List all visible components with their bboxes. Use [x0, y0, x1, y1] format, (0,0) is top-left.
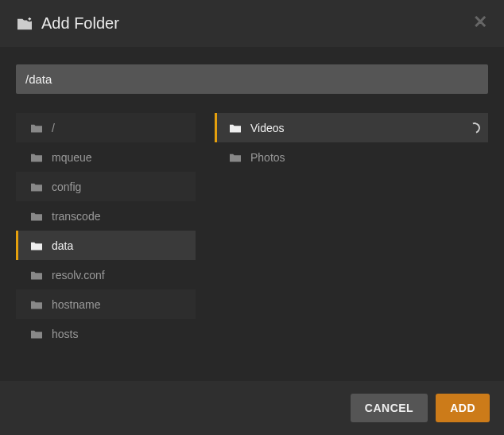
folder-item-label: transcode — [52, 210, 188, 223]
folder-item-label: mqueue — [52, 151, 188, 164]
folder-column-2: VideosPhotos — [215, 113, 488, 373]
folder-icon — [29, 270, 44, 281]
folder-item[interactable]: / — [16, 113, 196, 142]
loading-spinner-icon — [467, 120, 483, 135]
add-button[interactable]: ADD — [436, 394, 490, 422]
dialog-title: Add Folder — [41, 14, 119, 33]
folder-item[interactable]: config — [16, 172, 196, 201]
folder-icon — [228, 122, 242, 134]
folder-icon — [29, 122, 44, 134]
folder-item-label: resolv.conf — [52, 269, 188, 282]
folder-icon — [29, 240, 44, 251]
folder-item-label: Photos — [250, 151, 480, 164]
folder-columns: /mqueueconfigtranscodedataresolv.confhos… — [16, 113, 488, 373]
folder-item-label: Videos — [250, 122, 464, 134]
dialog-footer: CANCEL ADD — [0, 381, 504, 435]
cancel-button[interactable]: CANCEL — [351, 394, 428, 422]
folder-icon — [29, 152, 44, 163]
folder-icon — [29, 181, 44, 192]
folder-icon — [228, 152, 242, 163]
folder-item-label: data — [52, 239, 188, 252]
folder-item[interactable]: hostname — [16, 289, 196, 319]
folder-icon — [29, 328, 44, 340]
folder-item[interactable]: Photos — [215, 142, 488, 172]
folder-item-label: hosts — [52, 328, 188, 340]
folder-item[interactable]: resolv.conf — [16, 260, 196, 289]
folder-icon — [29, 299, 44, 310]
dialog-body: /mqueueconfigtranscodedataresolv.confhos… — [0, 47, 504, 381]
folder-item[interactable]: data — [16, 231, 196, 260]
folder-item-label: config — [52, 181, 188, 193]
folder-item[interactable]: mqueue — [16, 142, 196, 172]
close-button[interactable]: ✕ — [469, 11, 491, 33]
add-folder-icon — [16, 17, 33, 31]
folder-item[interactable]: transcode — [16, 201, 196, 231]
path-input[interactable] — [16, 64, 488, 94]
folder-column-1: /mqueueconfigtranscodedataresolv.confhos… — [16, 113, 196, 373]
folder-item[interactable]: Videos — [215, 113, 488, 142]
folder-item-label: / — [52, 122, 188, 134]
folder-item[interactable]: hosts — [16, 319, 196, 348]
dialog-header: Add Folder ✕ — [0, 0, 504, 47]
add-folder-dialog: Add Folder ✕ /mqueueconfigtranscodedatar… — [0, 0, 504, 435]
folder-item-label: hostname — [52, 298, 188, 311]
folder-icon — [29, 211, 44, 222]
